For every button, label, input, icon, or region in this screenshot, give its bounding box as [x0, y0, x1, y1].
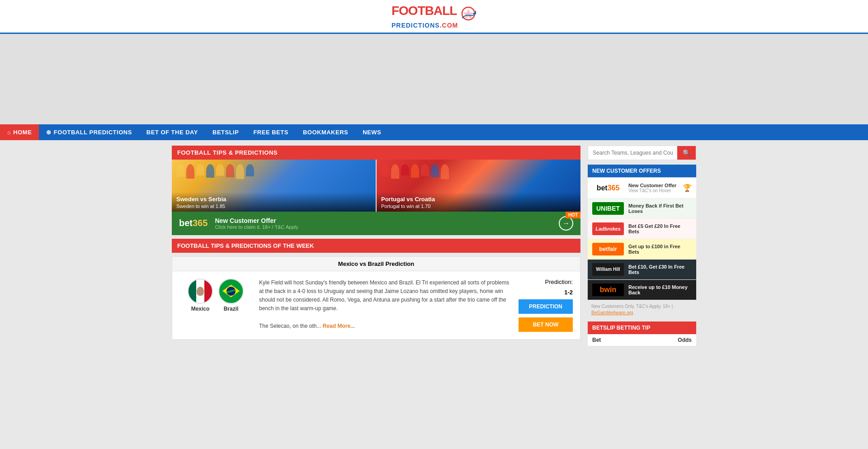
home-icon: ⌂	[7, 129, 11, 136]
unibet-offer-text: Money Back if First Bet Loses	[628, 203, 692, 214]
team-away-label: Brazil	[224, 306, 239, 312]
nav-news[interactable]: NEWS	[355, 124, 388, 140]
teams-column: Mexico Brazil	[179, 279, 252, 312]
search-box[interactable]: 🔍	[588, 146, 696, 160]
nav-bookmakers[interactable]: BOOKMAKERS	[296, 124, 355, 140]
promo-main-offer: New Customer Offer	[215, 217, 552, 224]
bet365-logo: bet365	[592, 182, 624, 194]
prediction-description: Kyle Field will host Sunday's friendly b…	[259, 279, 511, 331]
flag-brazil	[218, 279, 244, 304]
logo-sub: PREDICTIONS	[392, 22, 440, 29]
site-header: FOOTBALL PREDICTIONS .COM	[0, 0, 868, 34]
week-section-header: FOOTBALL TIPS & PREDICTIONS OF THE WEEK	[172, 239, 580, 253]
prediction-button[interactable]: PREDICTION	[519, 299, 573, 314]
action-column: Prediction: 1-2 PREDICTION BET NOW	[519, 279, 573, 332]
williamhill-offer-text: Bet £10, Get £30 In Free Bets	[628, 264, 692, 275]
logo-icon	[460, 5, 476, 22]
promo-banner[interactable]: HOT bet365 New Customer Offer Click here…	[172, 212, 580, 235]
slide-2-overlay: Portugal vs Croatia Portugal to win at 1…	[377, 192, 580, 212]
prediction-value: 1-2	[564, 289, 573, 296]
nav-home[interactable]: ⌂ HOME	[0, 124, 39, 140]
slide-1-overlay: Sweden vs Serbia Sweden to win at 1.85	[172, 192, 376, 212]
search-button[interactable]: 🔍	[677, 146, 696, 160]
nav-betslip[interactable]: BETSLIP	[205, 124, 246, 140]
svg-marker-1	[463, 9, 474, 19]
team-home-item: Mexico	[188, 279, 213, 312]
ladbrokes-offer-text: Bet £5 Get £20 In Free Bets	[628, 223, 692, 234]
logo-sub-domain: .COM	[440, 22, 458, 29]
betslip-col-odds: Odds	[678, 337, 692, 343]
trophy-icon: 🏆	[683, 184, 692, 192]
main-wrap: FOOTBALL TIPS & PREDICTIONS	[172, 140, 696, 352]
unibet-logo: UNIBET	[592, 202, 624, 215]
bwin-offer-text: Receive up to £10 Money Back	[628, 284, 692, 295]
ladbrokes-logo: Ladbrokes	[592, 222, 624, 235]
team-away-item: Brazil	[218, 279, 244, 312]
bwin-logo: bwin	[592, 284, 624, 296]
read-more-link[interactable]: Read More...	[323, 323, 355, 329]
offer-bet365[interactable]: bet365 New Customer Offer View T&C's on …	[588, 178, 696, 199]
williamhill-logo: William Hill	[592, 263, 624, 276]
team-home-label: Mexico	[191, 306, 210, 312]
betslip-tip-header: BETSLIP BETTING TIP	[588, 321, 696, 334]
hot-badge: HOT	[566, 212, 580, 218]
slide-1-subtitle: Sweden to win at 1.85	[176, 203, 371, 209]
gamble-aware-link[interactable]: BeGambleAware.org	[591, 310, 633, 315]
betslip-table-header: Bet Odds	[588, 334, 696, 346]
betfair-offer-text: Get up to £100 in Free Bets	[628, 244, 692, 255]
tips-section-header: FOOTBALL TIPS & PREDICTIONS	[172, 146, 580, 160]
logo[interactable]: FOOTBALL PREDICTIONS .COM	[392, 5, 476, 29]
offer-unibet[interactable]: UNIBET Money Back if First Bet Loses	[588, 199, 696, 219]
sidebar-offers-header: NEW CUSTOMER OFFERS	[588, 165, 696, 177]
slide-2-title: Portugal vs Croatia	[381, 196, 576, 203]
promo-sub-offer: Click here to claim it. 18+ / T&C Apply	[215, 224, 552, 230]
teams-flags: Mexico Brazil	[188, 279, 244, 312]
promo-text: New Customer Offer Click here to claim i…	[215, 217, 552, 230]
nav-football-predictions[interactable]: ⊕ FOOTBALL PREDICTIONS	[39, 124, 139, 140]
sidebar: 🔍 NEW CUSTOMER OFFERS bet365 New Custome…	[588, 146, 696, 346]
main-nav: ⌂ HOME ⊕ FOOTBALL PREDICTIONS BET OF THE…	[0, 124, 868, 140]
hero-slider: Sweden vs Serbia Sweden to win at 1.85	[172, 160, 580, 212]
hero-slide-1[interactable]: Sweden vs Serbia Sweden to win at 1.85	[172, 160, 376, 212]
prediction-card: Mexico vs Brazil Prediction Me	[172, 256, 580, 340]
offer-bwin[interactable]: bwin Receive up to £10 Money Back	[588, 280, 696, 300]
search-input[interactable]	[588, 146, 677, 160]
content-column: FOOTBALL TIPS & PREDICTIONS	[172, 146, 580, 346]
flag-mexico	[188, 279, 213, 304]
betslip-col-bet: Bet	[592, 337, 601, 343]
search-icon: 🔍	[683, 149, 690, 156]
bet-now-button[interactable]: BET NOW	[519, 317, 573, 332]
promo-bet365-logo: bet365	[179, 218, 208, 228]
offer-williamhill[interactable]: William Hill Bet £10, Get £30 In Free Be…	[588, 260, 696, 280]
prediction-card-title: Mexico vs Brazil Prediction	[172, 257, 580, 271]
logo-main: FOOTBALL	[392, 4, 457, 18]
ad-banner	[0, 34, 868, 124]
globe-icon: ⊕	[46, 129, 52, 136]
offer-ladbrokes[interactable]: Ladbrokes Bet £5 Get £20 In Free Bets	[588, 219, 696, 239]
nav-free-bets[interactable]: FREE BETS	[246, 124, 295, 140]
prediction-label: Prediction:	[545, 279, 573, 285]
slide-1-title: Sweden vs Serbia	[176, 196, 371, 203]
offer-betfair[interactable]: betfair Get up to £100 in Free Bets	[588, 239, 696, 260]
bet365-offer-text: New Customer Offer View T&C's on Hover	[628, 183, 678, 193]
slide-2-subtitle: Portugal to win at 1.70	[381, 203, 576, 209]
betfair-logo: betfair	[592, 243, 624, 255]
hero-slide-2[interactable]: Portugal vs Croatia Portugal to win at 1…	[377, 160, 580, 212]
disclaimer: New Customers Only. T&C's Apply. 18+ | B…	[588, 300, 696, 319]
nav-bet-of-the-day[interactable]: BET OF THE DAY	[139, 124, 205, 140]
prediction-card-body: Mexico Brazil Kyl	[172, 271, 580, 339]
